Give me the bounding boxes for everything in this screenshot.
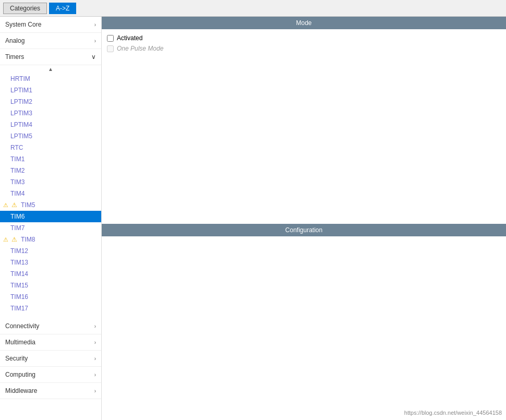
timer-item-tim7[interactable]: TIM7 (0, 222, 101, 234)
sidebar-item-computing[interactable]: Computing › (0, 367, 101, 383)
multimedia-chevron: › (94, 340, 96, 345)
scroll-up-indicator: ▲ (0, 65, 101, 73)
one-pulse-row: One Pulse Mode (107, 45, 501, 52)
top-bar: Categories A->Z (0, 0, 506, 17)
content-area: Mode Activated One Pulse Mode Configurat… (102, 17, 506, 420)
security-chevron: › (94, 356, 96, 362)
timer-item-tim15[interactable]: TIM15 (0, 280, 101, 291)
multimedia-label: Multimedia (5, 339, 35, 346)
timer-item-lptim4[interactable]: LPTIM4 (0, 119, 101, 130)
timer-item-tim1[interactable]: TIM1 (0, 153, 101, 165)
sidebar-item-middleware[interactable]: Middleware › (0, 383, 101, 399)
az-tab[interactable]: A->Z (49, 3, 76, 14)
middleware-chevron: › (94, 388, 96, 394)
timer-item-tim4[interactable]: TIM4 (0, 188, 101, 199)
timer-item-tim3[interactable]: TIM3 (0, 176, 101, 188)
config-header: Configuration (102, 224, 506, 236)
sidebar: System Core › Analog › Timers ∨ ▲ HRTIM … (0, 17, 102, 420)
sidebar-item-system-core[interactable]: System Core › (0, 17, 101, 33)
timer-item-tim2[interactable]: TIM2 (0, 165, 101, 176)
config-area (102, 236, 506, 421)
mode-area: Activated One Pulse Mode (102, 29, 506, 224)
sidebar-item-multimedia[interactable]: Multimedia › (0, 334, 101, 351)
timers-section: Timers ∨ ▲ HRTIM LPTIM1 LPTIM2 LPTIM3 LP… (0, 49, 101, 314)
timer-list: ▲ HRTIM LPTIM1 LPTIM2 LPTIM3 LPTIM4 LPTI… (0, 65, 101, 314)
sidebar-item-analog[interactable]: Analog › (0, 33, 101, 49)
timer-item-tim5[interactable]: ⚠TIM5 (0, 199, 101, 211)
sidebar-scroll: System Core › Analog › Timers ∨ ▲ HRTIM … (0, 17, 101, 420)
activated-label: Activated (117, 34, 142, 42)
sidebar-item-connectivity[interactable]: Connectivity › (0, 318, 101, 334)
analog-chevron: › (94, 38, 96, 44)
timer-item-hrtim[interactable]: HRTIM (0, 73, 101, 85)
watermark: https://blog.csdn.net/weixin_44564158 (404, 410, 502, 416)
timers-label: Timers (5, 53, 24, 61)
timer-item-tim14[interactable]: TIM14 (0, 268, 101, 280)
one-pulse-checkbox[interactable] (107, 45, 114, 52)
timer-item-tim17[interactable]: TIM17 (0, 303, 101, 314)
middleware-label: Middleware (5, 387, 37, 394)
sidebar-item-security[interactable]: Security › (0, 351, 101, 367)
timer-item-lptim1[interactable]: LPTIM1 (0, 85, 101, 96)
system-core-label: System Core (5, 21, 41, 28)
mode-header: Mode (102, 17, 506, 29)
connectivity-label: Connectivity (5, 322, 39, 330)
timer-item-tim8[interactable]: ⚠TIM8 (0, 234, 101, 245)
timers-chevron: ∨ (91, 53, 96, 61)
activated-checkbox[interactable] (107, 35, 114, 42)
system-core-chevron: › (94, 22, 96, 28)
analog-label: Analog (5, 37, 25, 44)
timer-item-tim12[interactable]: TIM12 (0, 245, 101, 257)
main-layout: System Core › Analog › Timers ∨ ▲ HRTIM … (0, 17, 506, 420)
timer-item-lptim2[interactable]: LPTIM2 (0, 96, 101, 107)
one-pulse-label: One Pulse Mode (117, 45, 163, 52)
categories-tab[interactable]: Categories (3, 3, 47, 14)
timers-header[interactable]: Timers ∨ (0, 49, 101, 65)
security-label: Security (5, 355, 28, 362)
connectivity-chevron: › (94, 323, 96, 329)
computing-chevron: › (94, 372, 96, 378)
computing-label: Computing (5, 371, 35, 378)
timer-item-lptim5[interactable]: LPTIM5 (0, 130, 101, 142)
timer-item-lptim3[interactable]: LPTIM3 (0, 107, 101, 119)
timer-item-tim16[interactable]: TIM16 (0, 291, 101, 303)
activated-row: Activated (107, 34, 501, 42)
timer-item-rtc[interactable]: RTC (0, 142, 101, 153)
timer-item-tim6[interactable]: TIM6 (0, 211, 101, 222)
timer-item-tim13[interactable]: TIM13 (0, 257, 101, 268)
